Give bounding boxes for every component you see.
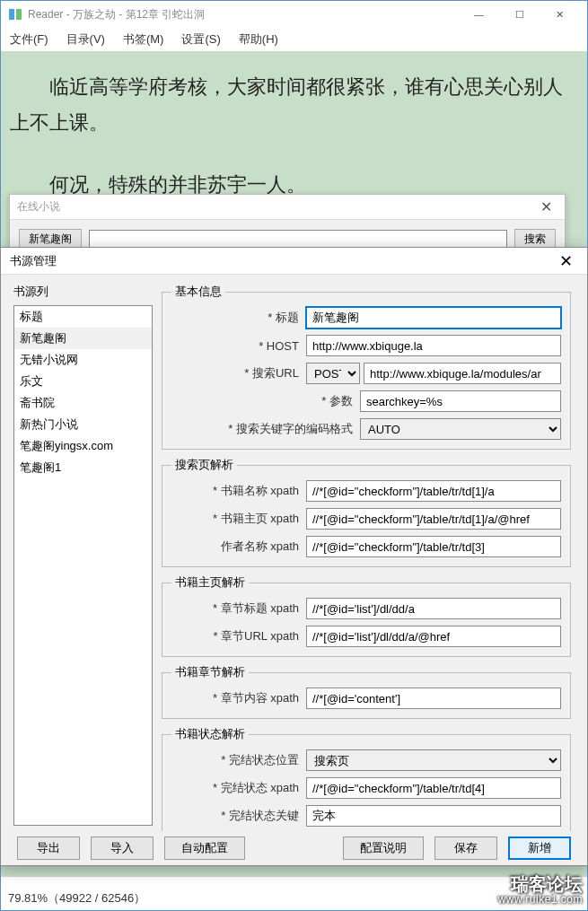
menu-toc[interactable]: 目录(V) [61, 30, 110, 49]
status-parse-legend: 书籍状态解析 [171, 726, 249, 742]
source-dialog-body: 书源列 标题新笔趣阁无错小说网乐文斋书院新热门小说笔趣阁yingsx.com笔趣… [1, 275, 587, 831]
encoding-select[interactable]: AUTO [360, 418, 561, 440]
menu-settings[interactable]: 设置(S) [176, 30, 225, 49]
source-dialog-title: 书源管理 [10, 253, 57, 269]
online-dialog-title-bar: 在线小说 ✕ [10, 195, 565, 220]
author-xpath-label: 作者名称 xpath [171, 539, 306, 555]
search-url-label: * 搜索URL [171, 365, 306, 381]
status-parse-group: 书籍状态解析 * 完结状态位置 搜索页 * 完结状态 xpath * 完结状态关… [162, 726, 571, 831]
book-home-xpath-input[interactable] [306, 508, 561, 530]
home-parse-legend: 书籍主页解析 [171, 574, 249, 591]
basic-info-group: 基本信息 * 标题 * HOST * 搜索URL POST [162, 284, 571, 450]
auto-config-button[interactable]: 自动配置 [164, 837, 245, 860]
book-home-xpath-label: * 书籍主页 xpath [171, 511, 306, 527]
source-list-item[interactable]: 乐文 [14, 371, 152, 392]
basic-legend: 基本信息 [171, 284, 225, 300]
source-list-item[interactable]: 笔趣阁yingsx.com [14, 435, 152, 457]
finish-key-input[interactable] [306, 805, 561, 827]
home-parse-group: 书籍主页解析 * 章节标题 xpath * 章节URL xpath [162, 574, 571, 657]
minimize-button[interactable]: — [459, 2, 499, 27]
save-button[interactable]: 保存 [434, 837, 497, 860]
encoding-label: * 搜索关键字的编码格式 [171, 421, 360, 437]
form-pane: 基本信息 * 标题 * HOST * 搜索URL POST [158, 275, 587, 831]
search-parse-group: 搜索页解析 * 书籍名称 xpath * 书籍主页 xpath 作者名称 xpa… [162, 457, 571, 567]
search-url-input[interactable] [364, 363, 561, 384]
export-button[interactable]: 导出 [17, 837, 80, 860]
author-xpath-input[interactable] [306, 536, 561, 557]
paragraph-1: 临近高等学府考核，大家时间都很紧张，谁有心思关心别人上不上课。 [10, 69, 578, 140]
menu-bookmark[interactable]: 书签(M) [118, 30, 170, 49]
add-button[interactable]: 新增 [508, 837, 571, 860]
title-bar: Reader - 万族之劫 - 第12章 引蛇出洞 — ☐ ✕ [1, 1, 587, 28]
chapter-title-xpath-label: * 章节标题 xpath [171, 600, 306, 617]
source-dialog-close-icon[interactable]: ✕ [554, 251, 578, 271]
finish-xpath-label: * 完结状态 xpath [171, 780, 306, 796]
chapter-content-xpath-input[interactable] [306, 688, 561, 709]
source-list-item[interactable]: 笔趣阁1 [14, 457, 152, 478]
chapter-parse-legend: 书籍章节解析 [171, 664, 249, 680]
title-input[interactable] [306, 307, 561, 328]
menu-bar: 文件(F) 目录(V) 书签(M) 设置(S) 帮助(H) [1, 28, 587, 51]
menu-file[interactable]: 文件(F) [4, 30, 54, 49]
param-input[interactable] [360, 390, 561, 412]
source-list-item[interactable]: 新笔趣阁 [14, 328, 152, 349]
source-dialog-title-bar: 书源管理 ✕ [1, 248, 587, 275]
chapter-content-xpath-label: * 章节内容 xpath [171, 690, 306, 706]
watermark-text: 瑞客论坛 [498, 874, 583, 894]
finish-pos-select[interactable]: 搜索页 [306, 749, 561, 771]
watermark-url: www.ruike1.com [498, 894, 583, 906]
app-icon [8, 7, 22, 22]
window-controls: — ☐ ✕ [459, 2, 580, 27]
source-list-pane: 书源列 标题新笔趣阁无错小说网乐文斋书院新热门小说笔趣阁yingsx.com笔趣… [1, 275, 158, 831]
source-list-item[interactable]: 新热门小说 [14, 414, 152, 435]
source-list-item[interactable]: 无错小说网 [14, 349, 152, 371]
source-list-item[interactable]: 斋书院 [14, 392, 152, 414]
finish-pos-label: * 完结状态位置 [171, 752, 306, 768]
source-manage-dialog: 书源管理 ✕ 书源列 标题新笔趣阁无错小说网乐文斋书院新热门小说笔趣阁yings… [0, 247, 588, 866]
online-dialog-title: 在线小说 [17, 199, 60, 215]
chapter-parse-group: 书籍章节解析 * 章节内容 xpath [162, 664, 571, 719]
config-desc-button[interactable]: 配置说明 [343, 837, 424, 860]
finish-key-label: * 完结状态关键 [171, 808, 306, 824]
book-name-xpath-input[interactable] [306, 480, 561, 502]
menu-help[interactable]: 帮助(H) [233, 30, 284, 49]
maximize-button[interactable]: ☐ [499, 2, 540, 27]
source-dialog-footer: 导出 导入 自动配置 配置说明 保存 新增 [1, 831, 587, 865]
source-list-item[interactable]: 标题 [14, 306, 152, 328]
source-list-title: 书源列 [13, 284, 153, 300]
svg-rect-0 [9, 9, 14, 20]
host-input[interactable] [306, 335, 561, 356]
online-dialog-close-icon[interactable]: ✕ [535, 198, 557, 215]
close-button[interactable]: ✕ [540, 2, 580, 27]
host-label: * HOST [171, 339, 306, 353]
param-label: * 参数 [171, 393, 360, 409]
title-label: * 标题 [171, 310, 306, 326]
http-method-select[interactable]: POST [306, 363, 360, 384]
watermark: 瑞客论坛 www.ruike1.com [498, 874, 583, 906]
chapter-url-xpath-label: * 章节URL xpath [171, 628, 306, 644]
source-listbox[interactable]: 标题新笔趣阁无错小说网乐文斋书院新热门小说笔趣阁yingsx.com笔趣阁1 [13, 305, 153, 826]
finish-xpath-input[interactable] [306, 777, 561, 799]
window-title: Reader - 万族之劫 - 第12章 引蛇出洞 [28, 7, 459, 22]
chapter-url-xpath-input[interactable] [306, 626, 561, 647]
chapter-title-xpath-input[interactable] [306, 598, 561, 619]
book-name-xpath-label: * 书籍名称 xpath [171, 483, 306, 499]
svg-rect-1 [16, 9, 22, 20]
search-parse-legend: 搜索页解析 [171, 457, 237, 473]
import-button[interactable]: 导入 [91, 837, 154, 860]
